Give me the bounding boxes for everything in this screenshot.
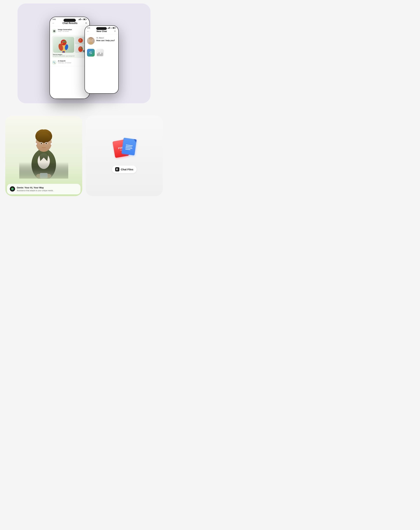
chat-item-icon: 🔍 [52,60,57,65]
svg-point-15 [88,42,93,45]
svg-point-13 [81,48,83,49]
chat-item-name: AI Search [58,60,86,62]
phone2-screen: 9:41 ▲ [85,26,118,93]
svg-rect-33 [19,116,68,179]
phone2-title: New Chat [96,30,107,32]
gdoc-line [126,146,132,147]
avatar-illustration [87,37,95,45]
chart-app-icon[interactable] [96,49,104,57]
chat-item-date: Yesterday • 16 October [58,62,86,64]
files-card: PDF ●●● [86,116,163,196]
gdoc-icon [121,138,137,155]
svg-point-9 [80,40,81,40]
chat-item-name: Image Generation [58,29,86,30]
bottom-section: Genie: Your AI, Your Way Assistance that… [0,109,168,203]
dynamic-island-1 [63,19,76,22]
genie-logo [10,186,15,191]
google-app-icon[interactable]: G [87,49,95,57]
phone1-menu-button[interactable]: ≡ [85,22,87,25]
phone1-back-button[interactable]: ← [52,22,55,25]
phones-container: 9:41 ▲ [50,17,119,99]
welcome-text: Hi, Marry! How can I help you? [96,37,116,42]
genie-text-block: Genie: Your AI, Your Way Assistance that… [17,186,78,192]
chat-list: 🖼 Image Generation Today • 16 October ↗ [50,26,89,67]
files-label-text: Chat Files [121,168,133,171]
chat-item-info: AI Search Yesterday • 16 October [58,60,86,64]
genie-card: Genie: Your AI, Your Way Assistance that… [5,116,82,196]
signal-icon [78,18,81,20]
files-icon-svg [116,168,118,171]
wifi-icon: ▲ [110,27,112,29]
phone2-header: ← New Chat ✕ [85,29,118,34]
genie-info-box: Genie: Your AI, Your Way Assistance that… [7,184,81,194]
phone1-time: 9:41 [53,18,56,20]
parrot-image-gallery: +3 [53,37,86,53]
svg-point-17 [91,40,92,40]
phone1-title: Chat Results [62,22,77,25]
dynamic-island-2 [96,27,107,30]
svg-point-10 [78,46,83,52]
phone-new-chat: 9:41 ▲ [85,25,119,94]
new-chat-welcome: Hi, Marry! How can I help you? [85,34,118,47]
battery-icon [83,18,87,20]
genie-logo-inner [11,188,14,190]
phone2-time: 9:41 [87,27,90,29]
list-item[interactable]: 🔍 AI Search Yesterday • 16 October ↗ [50,59,89,66]
svg-point-16 [90,40,90,40]
gdoc-line [125,149,130,150]
wifi-icon: ▲ [81,18,83,20]
person-svg [19,116,68,179]
phone1-status-icons: ▲ [78,18,87,20]
svg-point-12 [80,48,80,48]
phone2-app-icons: G [85,47,118,58]
help-text: How can I help you? [96,39,116,42]
gdoc-lines [124,143,134,152]
gdoc-corner [133,139,137,143]
files-icons: PDF ●●● [112,138,136,161]
list-item[interactable]: 🖼 Image Generation Today • 16 October ↗ [50,27,89,35]
chat-item-date: Today • 16 October [58,31,86,32]
greeting-text: Hi, Marry! [96,37,116,39]
battery-icon [113,27,116,29]
svg-point-3 [61,40,67,45]
genie-title: Genie: Your AI, Your Way [17,186,78,189]
genie-person-illustration [5,116,82,179]
phone2-status-icons: ▲ [108,27,116,29]
phone1-screen: 9:41 ▲ [50,17,89,99]
parrot-card-desc: Ara parrot, photorealistic, grey backgro… [53,55,86,57]
chat-files-label[interactable]: Chat Files [112,165,136,173]
avatar [87,37,95,45]
parrot-card-name: Parrot images [53,54,86,55]
files-icon-small [115,167,119,171]
phone2-back-button[interactable]: ← [87,30,89,32]
chat-item-info: Image Generation Today • 16 October [58,29,86,32]
phone2-close-button[interactable]: ✕ [114,30,116,32]
svg-rect-38 [117,169,118,171]
phone-chat-results: 9:41 ▲ [50,17,90,99]
top-section: 9:41 ▲ [0,0,168,109]
genie-subtitle: Assistance that adapts to your unique ne… [17,189,78,192]
svg-point-7 [78,38,83,43]
parrot-main-image [53,37,74,53]
parrot-illustration [53,37,74,53]
files-icons-container: PDF ●●● [112,138,136,173]
svg-point-6 [63,41,66,43]
fade-overlay [50,93,89,99]
parrot-image-card[interactable]: +3 Parrot images Ara parrot, photorealis… [52,36,88,58]
chat-item-icon: 🖼 [52,29,57,33]
svg-point-5 [62,42,63,42]
signal-icon [108,27,110,29]
